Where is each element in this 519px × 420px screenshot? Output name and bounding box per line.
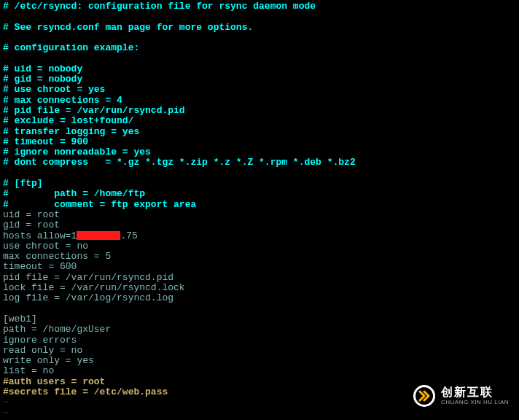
config-line: lock file = /var/run/rsyncd.lock [3, 283, 516, 293]
config-line: write only = yes [3, 356, 516, 366]
config-line [3, 168, 516, 179]
config-line: read only = no [3, 346, 516, 356]
config-line [3, 12, 516, 22]
config-line: gid = root [3, 220, 516, 230]
config-line: # timeout = 900 [3, 137, 516, 147]
redacted-ip [77, 231, 120, 240]
config-line: list = no [3, 366, 516, 376]
config-line: ~ [3, 408, 516, 419]
config-line [3, 53, 516, 63]
config-line: # comment = ftp export area [3, 200, 516, 210]
config-line: log file = /var/log/rsyncd.log [3, 293, 516, 303]
config-line: ~ [3, 397, 516, 408]
config-line: timeout = 600 [3, 262, 516, 272]
config-line: # path = /home/ftp [3, 189, 516, 199]
config-line: # See rsyncd.conf man page for more opti… [3, 23, 516, 33]
config-line: use chroot = no [3, 241, 516, 252]
config-line: [web1] [3, 314, 516, 324]
config-line: # dont compress = *.gz *.tgz *.zip *.z *… [3, 158, 516, 168]
config-line: uid = root [3, 210, 516, 220]
terminal-viewport[interactable]: # /etc/rsyncd: configuration file for rs… [0, 0, 519, 420]
config-line: hosts allow=1.75 [3, 231, 516, 241]
config-line: # gid = nobody [3, 74, 516, 85]
config-line: # [ftp] [3, 179, 516, 189]
config-line: # configuration example: [3, 43, 516, 53]
config-line: path = /home/gxUser [3, 324, 516, 335]
file-content: # /etc/rsyncd: configuration file for rs… [3, 1, 516, 419]
config-line: # exclude = lost+found/ [3, 116, 516, 126]
config-line: ignore errors [3, 335, 516, 346]
config-line: # transfer logging = yes [3, 127, 516, 137]
config-line: # use chroot = yes [3, 85, 516, 95]
config-line: #auth users = root [3, 377, 516, 387]
config-line [3, 33, 516, 43]
config-line [3, 304, 516, 314]
config-line: # /etc/rsyncd: configuration file for rs… [3, 1, 516, 12]
config-line: # uid = nobody [3, 64, 516, 74]
config-line: # ignore nonreadable = yes [3, 147, 516, 158]
config-line: #secrets file = /etc/web.pass [3, 387, 516, 397]
config-line: max connections = 5 [3, 252, 516, 262]
config-line: # max connections = 4 [3, 96, 516, 106]
config-line: # pid file = /var/run/rsyncd.pid [3, 106, 516, 116]
config-line: pid file = /var/run/rsyncd.pid [3, 273, 516, 283]
